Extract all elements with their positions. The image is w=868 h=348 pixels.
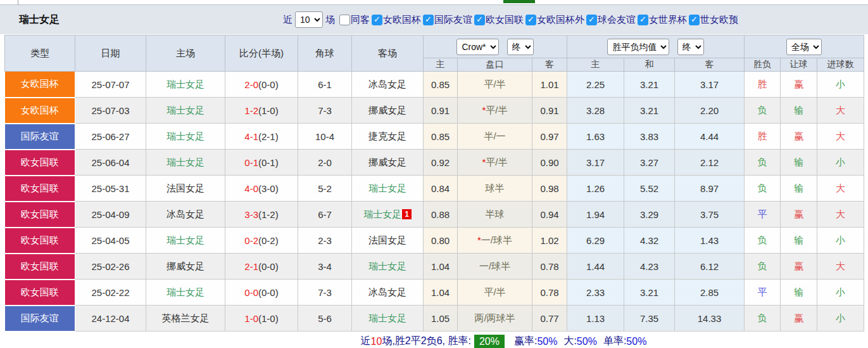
- away-team-name[interactable]: 挪威女足: [368, 105, 406, 115]
- result-cell: 负: [745, 228, 781, 254]
- goals-result-cell: 大: [817, 124, 864, 150]
- home-team-name[interactable]: 瑞士女足: [167, 287, 204, 297]
- competition-checkbox[interactable]: [474, 15, 485, 25]
- odds-provider-select[interactable]: Crow*: [456, 39, 499, 55]
- home-team-name[interactable]: 瑞士女足: [167, 79, 204, 89]
- match-row: 欧女国联 25-04-05 瑞士女足 0-2(0-2) 2-3 法国女足 0.8…: [5, 228, 864, 254]
- same-away-checkbox[interactable]: [339, 15, 350, 25]
- home-team-name[interactable]: 瑞士女足: [167, 131, 204, 141]
- summary-bar: 近10场,胜2平2负6, 胜率: 20% 赢率:50% 大:50% 单率:50%: [0, 332, 868, 348]
- competition-type-cell: 欧女国联: [5, 280, 75, 306]
- home-team-name[interactable]: 法国女足: [167, 183, 204, 193]
- home-team-name[interactable]: 瑞士女足: [167, 235, 204, 245]
- result-cell: 平: [745, 202, 781, 228]
- result-cell: 负: [745, 98, 781, 124]
- match-row: 欧女国联 25-05-31 法国女足 4-0(3-0) 5-2 瑞士女足 0.8…: [5, 176, 864, 202]
- away-team-name[interactable]: 冰岛女足: [368, 287, 406, 297]
- average-draw-odds-cell: 3.21: [624, 280, 675, 306]
- score-cell: 0-2(0-2): [225, 228, 298, 254]
- halftime-score: (1-2): [258, 209, 279, 220]
- average-type-select[interactable]: 胜平负均值: [607, 39, 669, 55]
- home-team-name[interactable]: 挪威女足: [167, 261, 204, 271]
- goals-result-cell: 小: [817, 228, 864, 254]
- match-row: 国际友谊 24-12-04 英格兰女足 1-0(1-0) 5-6 瑞士女足 1.…: [5, 306, 864, 332]
- average-away-odds-cell: 2.85: [675, 280, 745, 306]
- away-team-name[interactable]: 法国女足: [368, 235, 406, 245]
- average-home-odds-cell: 6.29: [567, 228, 624, 254]
- match-date-cell: 24-12-04: [75, 306, 146, 332]
- match-row: 欧女国联 25-06-04 瑞士女足 0-1(0-1) 2-0 挪威女足 0.9…: [5, 150, 864, 176]
- scope-select[interactable]: 全场: [786, 39, 822, 55]
- handicap-result-cell: 输: [781, 150, 817, 176]
- away-team-name[interactable]: 瑞士女足: [363, 209, 401, 219]
- result-cell: 胜: [745, 72, 781, 98]
- handicap-line: 平/半: [484, 79, 505, 89]
- handicap-away-odds-cell: 0.77: [532, 306, 567, 332]
- summary-stats-text: 场,胜2平2负6, 胜率:: [382, 335, 470, 348]
- page-title: 瑞士女足: [19, 13, 60, 27]
- competition-type-cell: 女欧国杯: [5, 98, 75, 124]
- home-team-name[interactable]: 瑞士女足: [167, 105, 204, 115]
- fulltime-score: 0-2: [244, 235, 258, 246]
- away-team-name[interactable]: 冰岛女足: [368, 79, 406, 89]
- same-away-label: 同客: [351, 14, 370, 26]
- subheader-avg-away: 客: [675, 58, 745, 72]
- home-team-cell: 瑞士女足: [146, 124, 225, 150]
- halftime-score: (0-0): [258, 287, 279, 298]
- average-draw-odds-cell: 3.21: [624, 72, 675, 98]
- subheader-avg-draw: 和: [624, 58, 675, 72]
- home-team-name[interactable]: 英格兰女足: [162, 313, 210, 323]
- away-team-cell: 挪威女足: [352, 98, 424, 124]
- away-team-name[interactable]: 瑞士女足: [368, 183, 406, 193]
- match-row: 女欧国杯 25-07-07 瑞士女足 2-0(0-0) 6-1 冰岛女足 0.8…: [5, 72, 864, 98]
- goals-result-cell: 大: [817, 254, 864, 280]
- average-stage-select[interactable]: 终: [677, 39, 704, 55]
- average-home-odds-cell: 1.94: [567, 202, 624, 228]
- handicap-home-odds-cell: 0.88: [424, 202, 458, 228]
- summary-recent-label: 近: [361, 335, 371, 348]
- handicap-home-odds-cell: 0.84: [424, 176, 458, 202]
- active-tab-indicator: [503, 0, 535, 3]
- home-team-name[interactable]: 瑞士女足: [167, 157, 204, 167]
- away-team-name[interactable]: 瑞士女足: [368, 313, 406, 323]
- corner-cell: 6-1: [298, 72, 352, 98]
- competition-checkbox[interactable]: [372, 15, 382, 25]
- away-team-name[interactable]: 捷克女足: [368, 131, 406, 141]
- filter-controls: 近 10 场 同客 女欧国杯 国际友谊 欧女国联: [280, 11, 738, 28]
- odds-stage-select[interactable]: 终: [507, 39, 534, 55]
- away-team-cell: 法国女足: [352, 228, 424, 254]
- handicap-result-cell: 输: [781, 98, 817, 124]
- corner-cell: 10-4: [298, 124, 352, 150]
- competition-checkbox[interactable]: [689, 15, 700, 25]
- home-team-cell: 瑞士女足: [146, 98, 225, 124]
- recent-count-select[interactable]: 10: [295, 11, 323, 28]
- goals-result-cell: 小: [817, 72, 864, 98]
- competition-label: 欧女国联: [486, 14, 524, 26]
- home-team-name[interactable]: 冰岛女足: [167, 209, 204, 219]
- handicap-result-cell: 赢: [781, 254, 817, 280]
- score-cell: 2-1(0-0): [225, 254, 298, 280]
- score-cell: 1-2(1-0): [225, 98, 298, 124]
- away-team-name[interactable]: 瑞士女足: [368, 261, 406, 271]
- result-cell: 负: [745, 176, 781, 202]
- average-home-odds-cell: 1.13: [567, 306, 624, 332]
- handicap-select-group: Crow* 终: [424, 35, 567, 58]
- away-team-name[interactable]: 挪威女足: [368, 157, 406, 167]
- handicap-away-odds-cell: 0.94: [532, 202, 567, 228]
- halftime-score: (2-1): [258, 131, 279, 142]
- single-rate-label: 单率:: [603, 335, 626, 348]
- handicap-home-odds-cell: 0.85: [424, 72, 458, 98]
- competition-checkbox[interactable]: [638, 15, 648, 25]
- average-away-odds-cell: 2.12: [675, 150, 745, 176]
- competition-checkbox[interactable]: [423, 15, 434, 25]
- competition-type-cell: 欧女国联: [5, 228, 75, 254]
- competition-checkbox[interactable]: [525, 15, 536, 25]
- competition-filter: 女世界杯: [638, 14, 687, 26]
- average-away-odds-cell: 3.75: [675, 202, 745, 228]
- home-team-cell: 挪威女足: [146, 254, 225, 280]
- handicap-result-cell: 赢: [781, 72, 817, 98]
- handicap-line-cell: 半球: [458, 202, 532, 228]
- handicap-line: 平/半: [486, 105, 507, 115]
- competition-checkbox[interactable]: [586, 15, 597, 25]
- handicap-result-cell: 赢: [781, 306, 817, 332]
